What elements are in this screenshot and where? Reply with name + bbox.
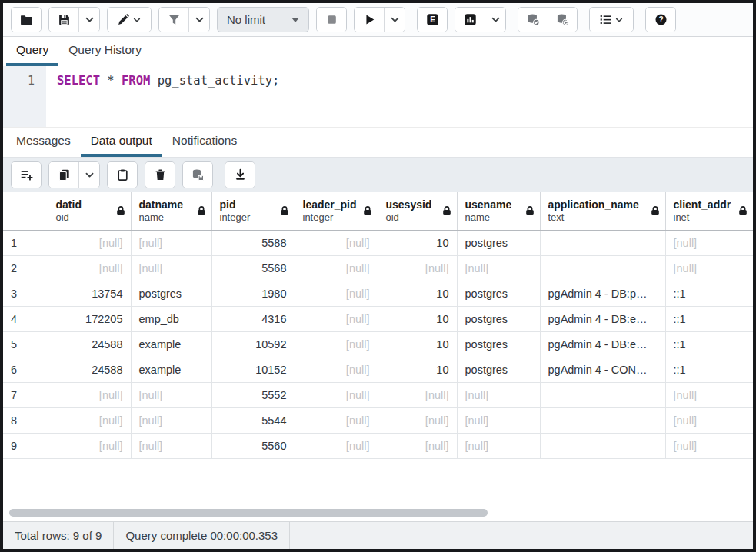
grid-cell-usename[interactable]: [null] [457, 382, 540, 407]
grid-cell-leader_pid[interactable]: [null] [295, 230, 378, 255]
grid-cell-usename[interactable]: postgres [457, 357, 540, 382]
grid-cell-pid[interactable]: 10152 [211, 357, 295, 382]
explain-analyze-button[interactable] [455, 8, 485, 32]
grid-cell-usename[interactable]: postgres [457, 281, 540, 306]
copy-button[interactable] [49, 162, 78, 188]
grid-cell-datid[interactable]: [null] [48, 433, 131, 458]
row-number-cell[interactable]: 5 [3, 331, 48, 357]
row-number-cell[interactable]: 4 [3, 306, 48, 331]
save-data-button[interactable] [183, 162, 212, 188]
row-number-cell[interactable]: 7 [3, 382, 48, 407]
grid-cell-usesysid[interactable]: [null] [378, 382, 457, 407]
column-header-client_addr[interactable]: client_addrinet [665, 192, 753, 230]
grid-cell-application_name[interactable] [540, 433, 665, 458]
copy-menu-button[interactable] [78, 162, 99, 188]
row-number-cell[interactable]: 3 [3, 281, 48, 306]
sql-editor[interactable]: 1 SELECT * FROM pg_stat_activity; [3, 66, 753, 128]
open-file-button[interactable] [12, 8, 41, 32]
grid-cell-pid[interactable]: 1980 [211, 281, 295, 306]
rollback-button[interactable] [548, 8, 577, 32]
macros-button[interactable] [590, 8, 633, 32]
filter-button[interactable] [159, 8, 188, 32]
grid-cell-pid[interactable]: 5552 [211, 382, 295, 407]
grid-cell-leader_pid[interactable]: [null] [295, 382, 378, 407]
grid-cell-application_name[interactable]: pgAdmin 4 - CON… [540, 357, 665, 382]
grid-cell-leader_pid[interactable]: [null] [295, 306, 378, 331]
grid-cell-datname[interactable]: [null] [131, 230, 211, 255]
grid-cell-usename[interactable]: [null] [457, 433, 540, 458]
sql-code-line[interactable]: SELECT * FROM pg_stat_activity; [46, 66, 753, 127]
commit-button[interactable] [518, 8, 548, 32]
grid-cell-datid[interactable]: [null] [48, 255, 131, 281]
grid-cell-usesysid[interactable]: [null] [378, 407, 457, 433]
horizontal-scrollbar-thumb[interactable] [9, 509, 488, 517]
row-number-cell[interactable]: 1 [3, 230, 48, 255]
tab-query[interactable]: Query [6, 37, 58, 66]
explain-menu-button[interactable] [485, 8, 505, 32]
grid-cell-client_addr[interactable]: [null] [665, 230, 753, 255]
grid-cell-datname[interactable]: example [131, 331, 211, 357]
grid-cell-datid[interactable]: 13754 [48, 281, 131, 306]
grid-cell-usesysid[interactable]: [null] [378, 433, 457, 458]
row-number-cell[interactable]: 8 [3, 407, 48, 433]
grid-cell-datname[interactable]: [null] [131, 407, 211, 433]
grid-cell-application_name[interactable] [540, 230, 665, 255]
grid-cell-pid[interactable]: 5588 [211, 230, 295, 255]
row-number-cell[interactable]: 9 [3, 433, 48, 458]
grid-cell-application_name[interactable]: pgAdmin 4 - DB:e… [540, 306, 665, 331]
help-button[interactable]: ? [646, 8, 675, 32]
grid-cell-pid[interactable]: 5568 [211, 255, 295, 281]
grid-cell-usesysid[interactable]: 10 [378, 281, 457, 306]
grid-cell-datname[interactable]: [null] [131, 255, 211, 281]
grid-cell-usename[interactable]: postgres [457, 331, 540, 357]
grid-cell-pid[interactable]: 5544 [211, 407, 295, 433]
delete-button[interactable] [145, 162, 175, 188]
grid-cell-leader_pid[interactable]: [null] [295, 433, 378, 458]
grid-cell-datid[interactable]: 24588 [48, 357, 131, 382]
grid-cell-datname[interactable]: example [131, 357, 211, 382]
grid-cell-usename[interactable]: postgres [457, 306, 540, 331]
tab-messages[interactable]: Messages [6, 128, 81, 157]
grid-cell-application_name[interactable] [540, 255, 665, 281]
grid-cell-usename[interactable]: [null] [457, 255, 540, 281]
grid-cell-datid[interactable]: [null] [48, 230, 131, 255]
tab-query-history[interactable]: Query History [58, 37, 152, 66]
grid-cell-usename[interactable]: postgres [457, 230, 540, 255]
grid-cell-usesysid[interactable]: 10 [378, 230, 457, 255]
grid-cell-client_addr[interactable]: ::1 [665, 306, 753, 331]
stop-button[interactable] [317, 8, 346, 32]
download-button[interactable] [225, 162, 255, 188]
grid-cell-client_addr[interactable]: [null] [665, 433, 753, 458]
row-limit-select[interactable]: No limit [217, 7, 309, 32]
grid-cell-client_addr[interactable]: [null] [665, 255, 753, 281]
grid-cell-client_addr[interactable]: ::1 [665, 357, 753, 382]
grid-cell-client_addr[interactable]: ::1 [665, 281, 753, 306]
grid-cell-application_name[interactable]: pgAdmin 4 - DB:e… [540, 331, 665, 357]
grid-cell-leader_pid[interactable]: [null] [295, 255, 378, 281]
paste-button[interactable] [108, 162, 137, 188]
grid-cell-client_addr[interactable]: [null] [665, 407, 753, 433]
tab-data-output[interactable]: Data output [81, 128, 162, 157]
grid-cell-usesysid[interactable]: [null] [378, 255, 457, 281]
explain-button[interactable]: E [418, 8, 447, 32]
row-number-cell[interactable]: 6 [3, 357, 48, 382]
execute-button[interactable] [355, 8, 384, 32]
edit-button[interactable] [108, 8, 151, 32]
grid-cell-client_addr[interactable]: ::1 [665, 331, 753, 357]
grid-cell-leader_pid[interactable]: [null] [295, 407, 378, 433]
column-header-datname[interactable]: datnamename [131, 192, 211, 230]
grid-cell-pid[interactable]: 5560 [211, 433, 295, 458]
grid-cell-usesysid[interactable]: 10 [378, 357, 457, 382]
grid-cell-leader_pid[interactable]: [null] [295, 281, 378, 306]
column-header-usename[interactable]: usenamename [457, 192, 540, 230]
add-row-button[interactable] [12, 162, 41, 188]
grid-cell-datid[interactable]: 172205 [48, 306, 131, 331]
select-all-corner[interactable] [3, 192, 48, 230]
column-header-usesysid[interactable]: usesysidoid [378, 192, 457, 230]
grid-cell-client_addr[interactable]: [null] [665, 382, 753, 407]
grid-cell-datname[interactable]: emp_db [131, 306, 211, 331]
grid-cell-application_name[interactable] [540, 407, 665, 433]
grid-cell-datid[interactable]: [null] [48, 407, 131, 433]
grid-cell-leader_pid[interactable]: [null] [295, 331, 378, 357]
grid-cell-datname[interactable]: [null] [131, 433, 211, 458]
